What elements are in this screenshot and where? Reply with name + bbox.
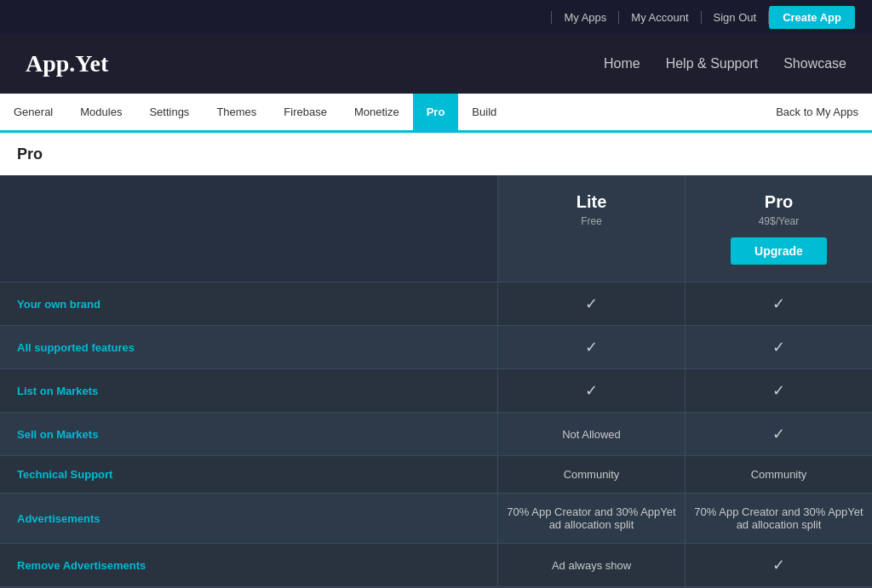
pricing-header: Lite Free Pro 49$/Year Upgrade: [0, 175, 872, 282]
tab-settings[interactable]: Settings: [135, 94, 203, 133]
feature-lite-features: ✓: [497, 326, 685, 368]
my-apps-link[interactable]: My Apps: [551, 11, 619, 24]
checkmark-icon: ✓: [772, 425, 785, 443]
showcase-nav-link[interactable]: Showcase: [783, 56, 846, 71]
tab-general[interactable]: General: [0, 94, 66, 133]
tab-firebase[interactable]: Firebase: [270, 94, 341, 133]
pricing-col-empty: [0, 175, 497, 282]
checkmark-icon: ✓: [585, 294, 598, 313]
feature-pro-ads: 70% App Creator and 30% AppYet ad alloca…: [685, 494, 872, 543]
feature-pro-support: Community: [685, 456, 872, 493]
feature-row-list-markets: List on Markets ✓ ✓: [0, 368, 872, 412]
feature-pro-sell-markets: ✓: [685, 413, 872, 455]
header: App.Yet Home Help & Support Showcase: [0, 34, 872, 94]
sign-out-link[interactable]: Sign Out: [702, 11, 770, 24]
checkmark-icon: ✓: [772, 338, 785, 357]
feature-name-ads: Advertisements: [0, 494, 497, 543]
feature-name-list-markets: List on Markets: [0, 369, 497, 412]
top-bar: My Apps My Account Sign Out Create App: [0, 0, 872, 34]
tab-monetize[interactable]: Monetize: [341, 94, 413, 133]
tab-themes[interactable]: Themes: [203, 94, 270, 133]
checkmark-icon: ✓: [772, 294, 785, 313]
feature-pro-remove-ads: ✓: [685, 544, 872, 586]
header-nav: Home Help & Support Showcase: [604, 56, 846, 71]
feature-pro-list-markets: ✓: [685, 369, 872, 412]
tab-pro[interactable]: Pro: [413, 94, 459, 133]
checkmark-icon: ✓: [585, 338, 598, 357]
checkmark-icon: ✓: [772, 556, 785, 574]
feature-name-remove-ads: Remove Advertisements: [0, 544, 497, 586]
tab-back-to-my-apps[interactable]: Back to My Apps: [762, 94, 872, 133]
lite-plan-price: Free: [515, 215, 668, 227]
feature-name-brand: Your own brand: [0, 283, 497, 325]
top-bar-links: My Apps My Account Sign Out Create App: [551, 6, 855, 29]
feature-row-support: Technical Support Community Community: [0, 455, 872, 493]
lite-plan-name: Lite: [515, 192, 668, 212]
page-title: Pro: [0, 133, 872, 175]
my-account-link[interactable]: My Account: [619, 11, 701, 24]
subnav: General Modules Settings Themes Firebase…: [0, 94, 872, 133]
feature-row-ads: Advertisements 70% App Creator and 30% A…: [0, 493, 872, 543]
logo: App.Yet: [26, 50, 108, 77]
checkmark-icon: ✓: [772, 381, 785, 400]
feature-lite-remove-ads: Ad always show: [497, 544, 685, 586]
feature-row-brand: Your own brand ✓ ✓: [0, 282, 872, 325]
feature-lite-support: Community: [497, 456, 685, 493]
feature-lite-sell-markets: Not Allowed: [497, 413, 685, 455]
feature-row-sell-markets: Sell on Markets Not Allowed ✓: [0, 412, 872, 455]
feature-row-features: All supported features ✓ ✓: [0, 325, 872, 368]
pricing-section: Lite Free Pro 49$/Year Upgrade Your own …: [0, 175, 872, 588]
feature-name-support: Technical Support: [0, 456, 497, 493]
pricing-col-lite: Lite Free: [497, 175, 685, 282]
create-app-button[interactable]: Create App: [769, 6, 855, 29]
tab-build[interactable]: Build: [458, 94, 510, 133]
feature-name-sell-markets: Sell on Markets: [0, 413, 497, 455]
feature-lite-ads: 70% App Creator and 30% AppYet ad alloca…: [497, 494, 685, 543]
home-nav-link[interactable]: Home: [604, 56, 640, 71]
feature-pro-brand: ✓: [685, 283, 872, 325]
pro-plan-name: Pro: [703, 192, 855, 212]
feature-row-remove-ads: Remove Advertisements Ad always show ✓: [0, 543, 872, 586]
pricing-col-pro: Pro 49$/Year Upgrade: [685, 175, 872, 282]
checkmark-icon: ✓: [585, 381, 598, 400]
help-support-nav-link[interactable]: Help & Support: [666, 56, 759, 71]
feature-pro-features: ✓: [685, 326, 872, 368]
pro-plan-price: 49$/Year: [703, 215, 855, 227]
feature-name-features: All supported features: [0, 326, 497, 368]
upgrade-button-top[interactable]: Upgrade: [731, 237, 827, 265]
feature-lite-brand: ✓: [497, 283, 685, 325]
feature-lite-list-markets: ✓: [497, 369, 685, 412]
tab-modules[interactable]: Modules: [66, 94, 135, 133]
